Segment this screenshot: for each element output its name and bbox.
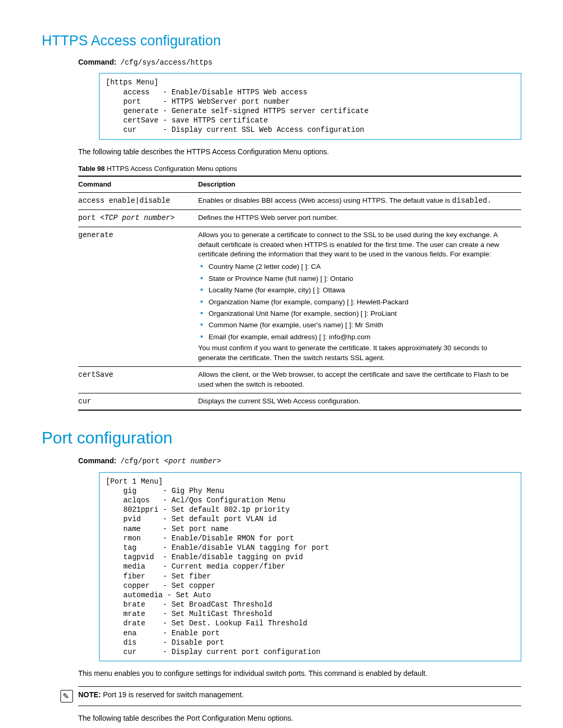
list-item: Locality Name (for example, city) [ ]: O… [209,284,516,295]
https-options-table: Command Description access enable|disabl… [78,176,521,411]
desc-cell: Enables or disables BBI access (Web acce… [198,193,521,210]
list-item: Country Name (2 letter code) [ ]: CA [209,261,516,272]
note-icon [60,690,73,702]
port-outro-text: The following table describes the Port C… [78,713,521,724]
note-label: NOTE: [78,690,101,699]
cert-fields-list: Country Name (2 letter code) [ ]: CA Sta… [198,261,516,342]
https-intro-text: The following table describes the HTTPS … [78,147,521,157]
port-command-value: /cfg/port <port number> [120,457,221,465]
port-config-heading: Port configuration [42,426,521,450]
col-command: Command [78,176,198,193]
port-menu-box: [Port 1 Menu] gig - Gig Phy Menu aclqos … [99,472,521,662]
port-command-line: Command: /cfg/port <port number> [78,456,521,467]
list-item: Email (for example, email address) [ ]: … [209,331,516,342]
table98-caption: Table 98 HTTPS Access Configuration Menu… [78,164,521,174]
list-item: Common Name (for example, user's name) [… [209,319,516,330]
cmd-cell: port <TCP port number> [78,210,198,227]
cmd-cell: generate [78,227,198,366]
cmd-cell: access enable|disable [78,193,198,210]
table-row: certSave Allows the client, or the Web b… [78,366,521,393]
https-command-value: /cfg/sys/access/https [120,58,212,67]
port-intro-text: This menu enables you to configure setti… [78,669,521,679]
table98-number: Table 98 [78,165,105,172]
table-row: generate Allows you to generate a certif… [78,227,521,366]
list-item: Organizational Unit Name (for example, s… [209,307,516,319]
https-menu-box: [https Menu] access - Enable/Disable HTT… [99,73,521,139]
table-row: port <TCP port number> Defines the HTTPS… [78,210,521,227]
note-text: Port 19 is reserved for switch managemen… [103,690,243,699]
list-item: Organization Name (for example, company)… [209,296,516,307]
command-label: Command: [78,58,116,66]
desc-cell: Allows you to generate a certificate to … [198,227,521,366]
cmd-cell: certSave [78,366,198,393]
cmd-cell: cur [78,393,198,410]
table-row: cur Displays the current SSL Web Access … [78,393,521,410]
https-command-line: Command: /cfg/sys/access/https [78,57,521,68]
desc-cell: Displays the current SSL Web Access conf… [198,393,521,410]
https-access-heading: HTTPS Access configuration [42,31,521,51]
desc-cell: Allows the client, or the Web browser, t… [198,366,521,393]
table-row: access enable|disable Enables or disable… [78,193,521,210]
col-description: Description [198,176,521,193]
note-block: NOTE: Port 19 is reserved for switch man… [78,686,521,706]
table98-title: HTTPS Access Configuration Menu options [107,165,237,172]
list-item: State or Province Name (full name) [ ]: … [209,273,516,284]
desc-cell: Defines the HTTPS Web server port number… [198,210,521,227]
command-label: Command: [78,456,116,465]
